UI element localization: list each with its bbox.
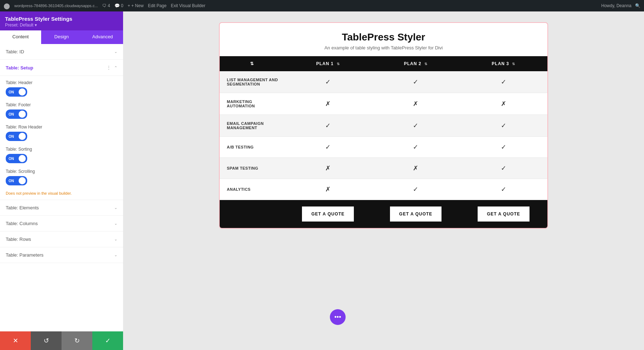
wp-admin-bar: ⬤ wordpress-784896-3610405.cloudwaysapps… — [0, 0, 644, 11]
toggle-header[interactable]: ON — [6, 87, 27, 97]
comparison-table: ⇅ PLAN 1 ⇅ PLAN 2 ⇅ PLAN 3 ⇅ — [220, 56, 547, 228]
preset-selector[interactable]: Preset: Default ▾ — [5, 23, 118, 28]
cta-button-plan2[interactable]: GET A QUOTE — [390, 206, 442, 222]
plan3-label: PLAN 3 — [492, 61, 509, 66]
plan1-cell: ✓ — [284, 115, 372, 137]
col-plan2-header: PLAN 2 ⇅ — [372, 56, 459, 71]
field-table-sorting-label: Table: Sorting — [6, 147, 117, 152]
exit-builder-link[interactable]: Exit Visual Builder — [171, 3, 205, 8]
cta-button-plan3[interactable]: GET A QUOTE — [478, 206, 530, 222]
field-table-row-header: Table: Row Header ON — [6, 125, 117, 141]
toggle-sorting[interactable]: ON — [6, 154, 27, 163]
toggle-footer[interactable]: ON — [6, 110, 27, 119]
plan1-label: PLAN 1 — [316, 61, 334, 66]
toggle-scrolling[interactable]: ON — [6, 176, 27, 185]
toggle-header-wrap: ON — [6, 87, 117, 97]
section-table-rows[interactable]: Table: Rows ⌄ — [0, 232, 123, 247]
field-table-row-header-label: Table: Row Header — [6, 125, 117, 130]
redo-button[interactable]: ↻ — [62, 331, 92, 350]
plan2-cell: ✗ — [372, 93, 459, 115]
fab-icon: ••• — [335, 313, 341, 321]
col-plan3-header: PLAN 3 ⇅ — [460, 56, 547, 71]
tab-design[interactable]: Design — [41, 30, 82, 44]
search-icon[interactable]: 🔍 — [635, 3, 640, 8]
section-table-parameters[interactable]: Table: Parameters ⌄ — [0, 247, 123, 263]
section-table-parameters-label: Table: Parameters — [6, 252, 44, 258]
plan2-cell: ✓ — [372, 179, 459, 200]
plan2-cell: ✓ — [372, 71, 459, 93]
field-table-header: Table: Header ON — [6, 80, 117, 97]
footer-plan1-cta: GET A QUOTE — [284, 200, 372, 228]
wp-logo-icon: ⬤ — [4, 3, 10, 9]
plan2-label: PLAN 2 — [404, 61, 421, 66]
table-row: ANALYTICS✗✓✓ — [220, 179, 547, 200]
notification-count[interactable]: 💬 0 — [114, 3, 123, 8]
site-url[interactable]: wordpress-784896-3610405.cloudwaysapps.c… — [14, 4, 98, 8]
user-greeting[interactable]: Howdy, Deanna — [601, 3, 632, 8]
feature-cell: ANALYTICS — [220, 179, 284, 200]
table-row: MARKETING AUTOMATION✗✗✗ — [220, 93, 547, 115]
chevron-down-icon: ⌄ — [114, 253, 117, 257]
plan3-cell: ✓ — [460, 71, 547, 93]
wp-bar-right: Howdy, Deanna 🔍 — [601, 3, 641, 8]
fab-button[interactable]: ••• — [330, 309, 346, 325]
plan2-cell: ✓ — [372, 115, 459, 137]
col-plan1-header: PLAN 1 ⇅ — [284, 56, 372, 71]
section-table-elements-label: Table: Elements — [6, 205, 39, 210]
section-table-rows-label: Table: Rows — [6, 237, 31, 242]
table-row: EMAIL CAMPAIGN MANAGEMENT✓✓✓ — [220, 115, 547, 137]
tab-content[interactable]: Content — [0, 30, 41, 44]
plan1-cell: ✗ — [284, 93, 372, 115]
sidebar-content: Table: ID ⌄ Table: Setup ⋮ ⌃ Table: Head… — [0, 44, 123, 350]
comment-count[interactable]: 🗨 4 — [102, 3, 110, 8]
field-table-scrolling: Table: Scrolling ON — [6, 169, 117, 185]
field-table-scrolling-label: Table: Scrolling — [6, 169, 117, 174]
table-row: LIST MANAGEMENT AND SEGMENTATION✓✓✓ — [220, 71, 547, 93]
toggle-scrolling-knob — [19, 177, 26, 184]
undo-button[interactable]: ↺ — [31, 331, 62, 350]
settings-sidebar: TablePress Styler Settings Preset: Defau… — [0, 11, 123, 350]
cta-button-plan1[interactable]: GET A QUOTE — [302, 206, 354, 222]
col-feature-header: ⇅ — [220, 56, 284, 71]
toggle-row-header[interactable]: ON — [6, 132, 27, 141]
toggle-sorting-knob — [19, 155, 26, 162]
section-table-setup-body: Table: Header ON Table: Footer ON — [0, 76, 123, 200]
section-table-setup-header[interactable]: Table: Setup ⋮ ⌃ — [0, 60, 123, 76]
toggle-row-header-knob — [19, 133, 26, 140]
new-content-button[interactable]: + + New — [128, 3, 144, 8]
sort-icon[interactable]: ⇅ — [512, 62, 515, 66]
feature-cell: MARKETING AUTOMATION — [220, 93, 284, 115]
table-footer-row: GET A QUOTE GET A QUOTE GET A QUOTE — [220, 200, 547, 228]
toggle-footer-knob — [19, 111, 26, 118]
plan3-cell: ✓ — [460, 179, 547, 200]
plan1-cell: ✓ — [284, 71, 372, 93]
bottom-bar: ✕ ↺ ↻ ✓ — [0, 331, 123, 350]
save-button[interactable]: ✓ — [92, 331, 123, 350]
plan1-cell: ✓ — [284, 137, 372, 158]
tab-advanced[interactable]: Advanced — [82, 30, 123, 44]
section-table-elements[interactable]: Table: Elements ⌄ — [0, 200, 123, 216]
section-table-columns[interactable]: Table: Columns ⌄ — [0, 216, 123, 232]
table-header-row: ⇅ PLAN 1 ⇅ PLAN 2 ⇅ PLAN 3 ⇅ — [220, 56, 547, 71]
more-options-icon[interactable]: ⋮ — [106, 65, 111, 71]
toggle-row-header-wrap: ON — [6, 132, 117, 141]
feature-cell: A/B TESTING — [220, 137, 284, 158]
toggle-header-knob — [19, 88, 26, 96]
table-subtitle: An example of table styling with TablePr… — [227, 45, 540, 50]
plan1-cell: ✗ — [284, 158, 372, 179]
plan3-cell: ✗ — [460, 93, 547, 115]
close-button[interactable]: ✕ — [0, 331, 31, 350]
table-title: TablePress Styler — [227, 31, 540, 43]
plan1-cell: ✗ — [284, 179, 372, 200]
sort-icon[interactable]: ⇅ — [424, 62, 428, 66]
preview-notice: Does not preview in the visual builder. — [6, 191, 117, 195]
field-table-footer-label: Table: Footer — [6, 102, 117, 107]
sort-icon[interactable]: ⇅ — [250, 61, 254, 66]
edit-page-link[interactable]: Edit Page — [148, 3, 166, 8]
chevron-down-icon: ⌄ — [114, 237, 117, 242]
sort-icon[interactable]: ⇅ — [337, 62, 340, 66]
feature-cell: LIST MANAGEMENT AND SEGMENTATION — [220, 71, 284, 93]
section-table-id-label: Table: ID — [6, 49, 24, 54]
section-table-id[interactable]: Table: ID ⌄ — [0, 44, 123, 60]
footer-empty-cell — [220, 200, 284, 228]
